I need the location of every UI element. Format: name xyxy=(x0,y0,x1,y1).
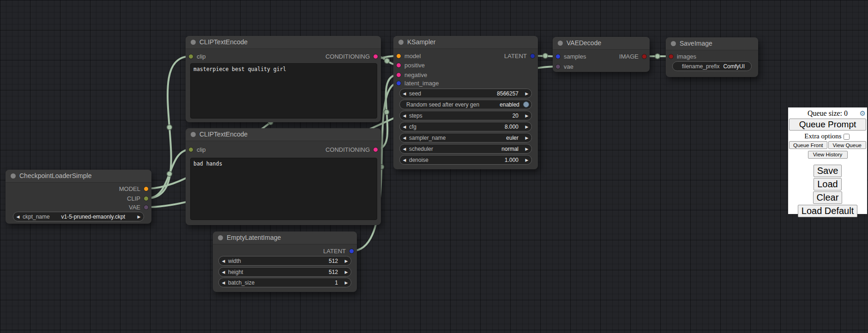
gear-icon[interactable]: ⚙ xyxy=(860,109,866,118)
increment-arrow-icon[interactable]: ▶ xyxy=(522,136,531,140)
clip-output-dot[interactable] xyxy=(144,196,149,201)
latent-output-dot[interactable] xyxy=(349,249,354,254)
ckpt-name-widget[interactable]: ◀ ckpt_name v1-5-pruned-emaonly.ckpt ▶ xyxy=(13,212,144,221)
clip-input-dot[interactable] xyxy=(188,54,193,59)
filename-prefix-widget[interactable]: filename_prefix ComfyUI xyxy=(672,61,752,71)
model-input-dot[interactable] xyxy=(396,54,401,59)
input-slot-clip: clip xyxy=(188,52,206,61)
random-seed-toggle-widget[interactable]: Random seed after every gen enabled xyxy=(399,100,532,109)
queue-menu-panel: Queue size: 0 ⚙ Queue Prompt Extra optio… xyxy=(788,107,867,214)
output-slot-model: MODEL xyxy=(119,184,149,193)
view-queue-button[interactable]: View Queue xyxy=(828,141,867,149)
node-header[interactable]: VAEDecode xyxy=(553,37,650,50)
input-slot-latent-image: latent_image xyxy=(396,78,439,88)
input-slot-negative: negative xyxy=(396,70,427,79)
height-widget[interactable]: ◀ height 512 ▶ xyxy=(218,267,351,277)
toggle-circle-icon[interactable] xyxy=(523,101,529,107)
collapse-dot-icon[interactable] xyxy=(191,40,196,45)
node-ksampler[interactable]: KSampler model positive negative latent_… xyxy=(393,36,538,169)
decrement-arrow-icon[interactable]: ◀ xyxy=(400,147,409,151)
decrement-arrow-icon[interactable]: ◀ xyxy=(400,91,409,96)
link-midpoint-dot xyxy=(167,172,172,177)
increment-arrow-icon[interactable]: ▶ xyxy=(342,280,351,285)
cfg-widget[interactable]: ◀ cfg 8.000 ▶ xyxy=(399,122,532,131)
decrement-arrow-icon[interactable]: ◀ xyxy=(13,214,23,219)
queue-size-row: Queue size: 0 ⚙ xyxy=(788,109,867,118)
images-input-dot[interactable] xyxy=(669,54,674,59)
link-midpoint-dot xyxy=(655,54,660,59)
conditioning-output-dot[interactable] xyxy=(373,54,378,59)
decrement-arrow-icon[interactable]: ◀ xyxy=(219,280,228,285)
increment-arrow-icon[interactable]: ▶ xyxy=(522,158,531,162)
increment-arrow-icon[interactable]: ▶ xyxy=(134,214,144,219)
view-history-button[interactable]: View History xyxy=(808,151,848,159)
increment-arrow-icon[interactable]: ▶ xyxy=(342,270,351,274)
clip-input-dot[interactable] xyxy=(188,147,193,152)
width-widget[interactable]: ◀ width 512 ▶ xyxy=(218,256,351,266)
negative-prompt-textarea[interactable]: bad hands xyxy=(190,158,377,220)
load-default-button[interactable]: Load Default xyxy=(798,205,857,217)
link-midpoint-dot xyxy=(385,59,390,64)
save-button[interactable]: Save xyxy=(814,165,842,177)
steps-widget[interactable]: ◀ steps 20 ▶ xyxy=(399,111,532,120)
node-title: CLIPTextEncode xyxy=(199,36,247,48)
input-slot-vae: vae xyxy=(555,62,573,71)
samples-input-dot[interactable] xyxy=(555,54,561,59)
vae-input-dot[interactable] xyxy=(555,64,561,69)
positive-input-dot[interactable] xyxy=(396,63,401,68)
latent-output-dot[interactable] xyxy=(530,54,535,59)
collapse-dot-icon[interactable] xyxy=(218,235,223,240)
decrement-arrow-icon[interactable]: ◀ xyxy=(400,136,409,140)
increment-arrow-icon[interactable]: ▶ xyxy=(522,91,531,96)
node-header[interactable]: EmptyLatentImage xyxy=(213,232,357,244)
node-clip-text-encode-positive[interactable]: CLIPTextEncode clip CONDITIONING masterp… xyxy=(186,36,381,122)
node-save-image[interactable]: SaveImage images filename_prefix ComfyUI xyxy=(666,37,758,77)
node-title: CheckpointLoaderSimple xyxy=(19,170,91,182)
load-button[interactable]: Load xyxy=(814,178,842,190)
node-header[interactable]: CLIPTextEncode xyxy=(186,128,381,141)
collapse-dot-icon[interactable] xyxy=(671,41,676,46)
decrement-arrow-icon[interactable]: ◀ xyxy=(400,158,409,162)
decrement-arrow-icon[interactable]: ◀ xyxy=(400,113,409,118)
increment-arrow-icon[interactable]: ▶ xyxy=(522,125,531,129)
extra-options-checkbox[interactable] xyxy=(844,134,850,140)
node-header[interactable]: KSampler xyxy=(393,36,538,49)
output-slot-conditioning: CONDITIONING xyxy=(326,145,378,154)
node-empty-latent-image[interactable]: EmptyLatentImage LATENT ◀ width 512 ▶ ◀ … xyxy=(213,232,357,292)
decrement-arrow-icon[interactable]: ◀ xyxy=(219,270,228,274)
decrement-arrow-icon[interactable]: ◀ xyxy=(219,259,228,263)
node-header[interactable]: CLIPTextEncode xyxy=(186,36,381,49)
scheduler-widget[interactable]: ◀ scheduler normal ▶ xyxy=(399,144,532,154)
node-header[interactable]: SaveImage xyxy=(666,37,758,50)
vae-output-dot[interactable] xyxy=(144,205,149,210)
image-output-dot[interactable] xyxy=(642,54,647,59)
queue-front-button[interactable]: Queue Front xyxy=(789,141,827,149)
collapse-dot-icon[interactable] xyxy=(398,40,404,45)
collapse-dot-icon[interactable] xyxy=(191,132,196,137)
seed-widget[interactable]: ◀ seed 8566257 ▶ xyxy=(399,89,532,98)
collapse-dot-icon[interactable] xyxy=(11,173,16,178)
denoise-widget[interactable]: ◀ denoise 1.000 ▶ xyxy=(399,155,532,165)
increment-arrow-icon[interactable]: ▶ xyxy=(342,259,351,263)
negative-input-dot[interactable] xyxy=(396,72,401,77)
node-vae-decode[interactable]: VAEDecode samples vae IMAGE xyxy=(553,37,650,72)
node-header[interactable]: CheckpointLoaderSimple xyxy=(6,170,151,183)
decrement-arrow-icon[interactable]: ◀ xyxy=(400,125,409,129)
node-checkpoint-loader[interactable]: CheckpointLoaderSimple MODEL CLIP VAE ◀ … xyxy=(6,170,151,224)
model-output-dot[interactable] xyxy=(144,186,149,191)
batch-size-widget[interactable]: ◀ batch_size 1 ▶ xyxy=(218,278,351,287)
positive-prompt-textarea[interactable]: masterpiece best quality girl xyxy=(190,63,377,119)
sampler-name-widget[interactable]: ◀ sampler_name euler ▶ xyxy=(399,133,532,143)
queue-prompt-button[interactable]: Queue Prompt xyxy=(789,119,866,131)
output-slot-conditioning: CONDITIONING xyxy=(326,52,378,61)
node-title: VAEDecode xyxy=(567,37,601,49)
clear-button[interactable]: Clear xyxy=(813,191,843,204)
collapse-dot-icon[interactable] xyxy=(558,41,563,46)
node-clip-text-encode-negative[interactable]: CLIPTextEncode clip CONDITIONING bad han… xyxy=(186,128,381,225)
increment-arrow-icon[interactable]: ▶ xyxy=(522,147,531,151)
output-slot-image: IMAGE xyxy=(619,52,647,61)
input-slot-clip: clip xyxy=(188,145,206,154)
increment-arrow-icon[interactable]: ▶ xyxy=(522,113,531,118)
conditioning-output-dot[interactable] xyxy=(373,147,378,152)
latent-image-input-dot[interactable] xyxy=(396,81,401,86)
